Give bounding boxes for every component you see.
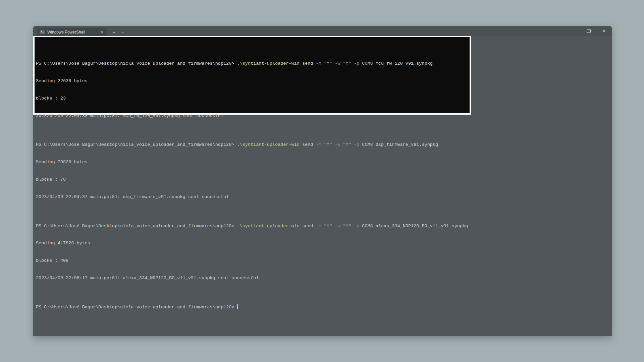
maximize-button[interactable] (581, 26, 596, 36)
tab-title: Windows PowerShell (47, 30, 99, 35)
terminal-line-output: Sending 417828 bytes (36, 240, 470, 246)
argument-token: COM8 mcu_fw_120_v91.synpkg (362, 61, 433, 66)
minimize-button[interactable] (566, 26, 581, 36)
terminal-line-output: 2023/04/09 22:03:38 main.go:81: mcu_fw_1… (36, 113, 470, 119)
terminal-line-prompt: PS C:\Users\José Bagur\Desktop\nicla_voi… (36, 304, 470, 310)
string-token: "Y" (343, 224, 354, 229)
flag-token: -p (354, 61, 362, 66)
flag-token: -w (335, 224, 343, 229)
window-controls: ✕ (566, 26, 612, 36)
terminal-line-output: blocks : 409 (36, 258, 470, 263)
close-button[interactable]: ✕ (596, 26, 612, 36)
terminal-line-output: 2023/04/09 22:06:17 main.go:81: alexa_33… (36, 275, 470, 281)
close-icon: ✕ (602, 28, 606, 33)
prompt-text: PS C:\Users\José Bagur\Desktop\nicla_voi… (36, 224, 237, 229)
terminal-line-command: PS C:\Users\José Bagur\Desktop\nicla_voi… (36, 61, 470, 66)
powershell-icon: >_ (40, 30, 45, 34)
subcommand-token: send (300, 142, 316, 147)
argument-token: COM8 alexa_334_NDP120_B0_v11_v91.synpkg (362, 224, 468, 229)
flag-token: -w (335, 61, 343, 66)
tab-windows-powershell[interactable]: >_ Windows PowerShell ✕ (37, 28, 107, 36)
string-token: "Y" (343, 142, 354, 147)
string-token: "Y" (324, 61, 335, 66)
prompt-text: PS C:\Users\José Bagur\Desktop\nicla_voi… (36, 305, 237, 310)
terminal-line-output: Sending 79828 bytes (36, 159, 470, 165)
string-token: "Y" (324, 142, 335, 147)
terminal-line-command: PS C:\Users\José Bagur\Desktop\nicla_voi… (36, 142, 470, 147)
new-tab-button[interactable]: + (110, 28, 118, 36)
command-token: .\syntiant-uploader-win (237, 61, 300, 66)
terminal-line-output: blocks : 78 (36, 177, 470, 182)
text-cursor (237, 304, 238, 309)
flag-token: -p (354, 224, 362, 229)
title-bar[interactable]: >_ Windows PowerShell ✕ + ⌄ ✕ (33, 26, 612, 36)
plus-icon: + (113, 29, 116, 35)
flag-token: -m (316, 224, 324, 229)
subcommand-token: send (300, 61, 316, 66)
tab-close-icon[interactable]: ✕ (99, 29, 105, 35)
command-token: .\syntiant-uploader-win (237, 142, 300, 147)
terminal-line-output: 2023/04/09 22:04:37 main.go:81: dsp_firm… (36, 194, 470, 200)
chevron-down-icon: ⌄ (121, 30, 124, 34)
string-token: "Y" (343, 61, 354, 66)
prompt-text: PS C:\Users\José Bagur\Desktop\nicla_voi… (36, 142, 237, 147)
subcommand-token: send (300, 224, 316, 229)
string-token: "Y" (324, 224, 335, 229)
flag-token: -p (354, 142, 362, 147)
command-token: .\syntiant-uploader-win (237, 224, 300, 229)
maximize-icon (587, 29, 591, 33)
terminal-window: >_ Windows PowerShell ✕ + ⌄ ✕ PS C:\User… (33, 26, 612, 336)
flag-token: -m (316, 61, 324, 66)
terminal-line-output: Sending 22636 bytes (36, 78, 470, 84)
terminal-line-command: PS C:\Users\José Bagur\Desktop\nicla_voi… (36, 223, 470, 229)
argument-token: COM8 dsp_firmware_v91.synpkg (362, 142, 438, 147)
terminal-line-output: blocks : 23 (36, 96, 470, 101)
tab-dropdown-button[interactable]: ⌄ (118, 28, 127, 36)
flag-token: -m (316, 142, 324, 147)
console-highlight-box: PS C:\Users\José Bagur\Desktop\nicla_voi… (33, 36, 471, 115)
flag-token: -w (335, 142, 343, 147)
minimize-icon (572, 31, 575, 31)
console-output[interactable]: PS C:\Users\José Bagur\Desktop\nicla_voi… (35, 37, 470, 327)
prompt-text: PS C:\Users\José Bagur\Desktop\nicla_voi… (36, 61, 237, 66)
page-background: { "window": { "tab": { "title": "Windows… (0, 0, 644, 362)
